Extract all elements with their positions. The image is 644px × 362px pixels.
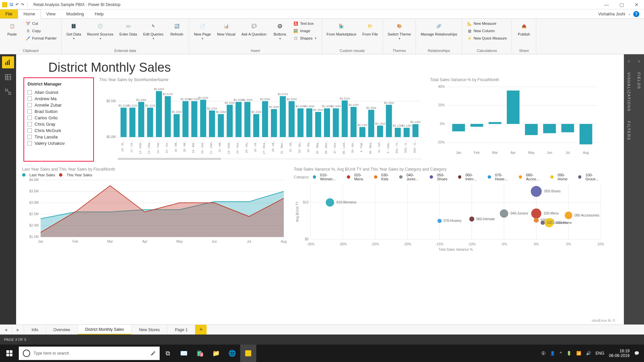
get-data-button[interactable]: 🗄️Get Data▼ bbox=[65, 20, 83, 41]
buttons-button[interactable]: 🔘Buttons▼ bbox=[271, 20, 288, 41]
page-tab[interactable]: District Monthly Sales bbox=[78, 325, 131, 335]
checkbox-icon[interactable] bbox=[28, 90, 32, 95]
marketplace-button[interactable]: 🏪From Marketplace bbox=[325, 20, 358, 37]
mic-icon[interactable]: 🎤 bbox=[151, 351, 156, 356]
svg-text:501 - Fr…: 501 - Fr… bbox=[395, 140, 398, 154]
recent-sources-button[interactable]: 🕘Recent Sources▼ bbox=[86, 20, 115, 41]
page-tab[interactable]: Overview bbox=[46, 325, 78, 335]
tray-battery-icon[interactable]: 🔋 bbox=[567, 351, 572, 356]
report-canvas[interactable]: District Monthly Sales District Manager … bbox=[16, 54, 624, 324]
model-view-icon[interactable] bbox=[2, 86, 14, 98]
new-visual-button[interactable]: 📊New Visual bbox=[216, 20, 237, 37]
slicer-item[interactable]: Andrew Ma bbox=[28, 96, 90, 102]
tray-people-icon[interactable]: 👤 bbox=[550, 351, 555, 356]
slicer-item[interactable]: Valery Ushakov bbox=[28, 140, 90, 146]
ask-question-button[interactable]: 💬Ask A Question bbox=[240, 20, 268, 37]
checkbox-icon[interactable] bbox=[28, 103, 32, 107]
qat-redo-icon[interactable]: ↷ bbox=[21, 2, 24, 7]
powerbi-taskbar-icon[interactable] bbox=[240, 345, 256, 362]
help-icon[interactable]: ? bbox=[633, 11, 639, 17]
format-painter-button[interactable]: 🖌️Format Painter bbox=[24, 35, 58, 42]
checkbox-icon[interactable] bbox=[28, 128, 32, 133]
enter-data-button[interactable]: ⌨️Enter Data bbox=[118, 20, 139, 37]
right-pane-fields[interactable]: ‹ FIELDS bbox=[634, 54, 644, 324]
tray-wifi-icon[interactable]: 📶 bbox=[576, 351, 581, 356]
add-page-button[interactable]: + bbox=[195, 325, 207, 335]
chrome-icon[interactable]: 🌐 bbox=[224, 345, 240, 362]
image-button[interactable]: 🖼️Image bbox=[292, 27, 318, 34]
explorer-icon[interactable]: 📁 bbox=[208, 345, 224, 362]
tray-help-icon[interactable]: 🛈 bbox=[541, 351, 545, 356]
variance-bar-chart[interactable]: -20%0%20%40%JanFebMarAprMayJunJulAug bbox=[430, 83, 601, 157]
tab-help[interactable]: Help bbox=[89, 9, 109, 18]
refresh-button[interactable]: 🔄Refresh bbox=[168, 20, 185, 37]
checkbox-icon[interactable] bbox=[28, 135, 32, 139]
page-prev-icon[interactable]: ◄ bbox=[0, 325, 12, 335]
user-section[interactable]: Vishakha Joshi ⌄ ? bbox=[598, 9, 644, 18]
edit-queries-button[interactable]: ✎Edit Queries▼ bbox=[142, 20, 165, 41]
data-view-icon[interactable] bbox=[2, 71, 14, 83]
tray-chevron-icon[interactable]: ^ bbox=[560, 351, 562, 356]
cut-button[interactable]: ✂️Cut bbox=[24, 20, 58, 27]
qat-undo-icon[interactable]: ↶ bbox=[15, 2, 19, 7]
store-icon[interactable]: 🛍️ bbox=[192, 345, 208, 362]
task-view-icon[interactable]: ⧉ bbox=[160, 345, 176, 362]
text-box-button[interactable]: 🅰️Text box bbox=[292, 20, 318, 27]
new-column-button[interactable]: ▥New Column bbox=[466, 27, 508, 34]
shapes-button[interactable]: ⬠Shapes▼ bbox=[292, 35, 318, 42]
tab-home[interactable]: Home bbox=[18, 9, 41, 19]
svg-text:5 - Unio…: 5 - Unio… bbox=[386, 140, 390, 154]
tray-volume-icon[interactable]: 🔊 bbox=[586, 351, 591, 356]
paste-button[interactable]: 📋 Paste bbox=[3, 20, 21, 37]
checkbox-icon[interactable] bbox=[28, 122, 32, 126]
page-next-icon[interactable]: ► bbox=[12, 325, 24, 335]
switch-theme-button[interactable]: 🎨Switch Theme▼ bbox=[386, 20, 413, 41]
taskbar-search[interactable]: Type here to search 🎤 bbox=[19, 347, 160, 360]
slicer-item[interactable]: Allan Guinot bbox=[28, 89, 90, 96]
tab-view[interactable]: View bbox=[41, 9, 61, 18]
from-file-button[interactable]: 📁From File bbox=[361, 20, 379, 37]
collapse-chevron-icon[interactable]: ‹ bbox=[628, 54, 630, 68]
page-tab[interactable]: New Stores bbox=[131, 325, 167, 335]
slicer-item[interactable]: Chris McGurk bbox=[28, 127, 90, 134]
mail-icon[interactable]: ✉️ bbox=[176, 345, 192, 362]
slicer-item[interactable]: Brad Sutton bbox=[28, 108, 90, 115]
slicer-item[interactable]: Tina Lassila bbox=[28, 134, 90, 140]
new-quick-measure-button[interactable]: ⚡New Quick Measure bbox=[466, 35, 508, 42]
report-view-icon[interactable] bbox=[2, 56, 14, 68]
slicer-item[interactable]: Chris Gray bbox=[28, 121, 90, 127]
tray-notifications-icon[interactable]: 💬 bbox=[634, 351, 639, 356]
slicer-item[interactable]: Annelie Zubar bbox=[28, 102, 90, 108]
qat-save-icon[interactable]: 🖫 bbox=[9, 2, 13, 7]
svg-text:-20%: -20% bbox=[404, 242, 411, 246]
copy-button[interactable]: ⎘Copy bbox=[24, 27, 58, 34]
minimize-icon[interactable]: — bbox=[604, 2, 609, 7]
legend-swatch-ly bbox=[22, 173, 25, 177]
checkbox-icon[interactable] bbox=[28, 116, 32, 120]
start-button[interactable] bbox=[0, 345, 19, 362]
manage-relationships-button[interactable]: 🔗Manage Relationships bbox=[419, 20, 459, 37]
checkbox-icon[interactable] bbox=[28, 109, 32, 114]
page-tab[interactable]: Info bbox=[24, 325, 46, 335]
close-icon[interactable]: ✕ bbox=[635, 2, 639, 7]
checkbox-icon[interactable] bbox=[28, 97, 32, 101]
tab-file[interactable]: File bbox=[0, 9, 18, 18]
category-scatter-chart[interactable]: $0$10-35%-30%-25%-20%-15%-10%-5%0%5%10%T… bbox=[294, 182, 606, 253]
district-manager-slicer[interactable]: District Manager Allan GuinotAndrew MaAn… bbox=[23, 77, 94, 162]
new-measure-button[interactable]: 📐New Measure bbox=[466, 20, 508, 27]
slicer-item[interactable]: Carlos Grilo bbox=[28, 115, 90, 121]
new-page-button[interactable]: 📄New Page▼ bbox=[193, 20, 212, 41]
svg-text:32 - Alt…: 32 - Alt… bbox=[289, 140, 292, 152]
this-year-sales-bar-chart[interactable]: $0.0M$0.5M$0.41M10 - St…$0.41M11 - Ce…$0… bbox=[99, 83, 425, 161]
checkbox-icon[interactable] bbox=[28, 141, 32, 145]
tray-lang[interactable]: ENG bbox=[596, 351, 604, 356]
page-tab[interactable]: Page 1 bbox=[167, 325, 195, 335]
svg-rect-17 bbox=[129, 108, 136, 137]
publish-button[interactable]: 📤Publish bbox=[515, 20, 533, 37]
collapse-chevron-icon[interactable]: ‹ bbox=[638, 54, 640, 68]
maximize-icon[interactable]: ▢ bbox=[620, 2, 624, 7]
ly-ty-area-chart[interactable]: $1.5M$2.0M$2.5M$3.0M$3.5M$4.0MJanFebMarA… bbox=[22, 178, 287, 245]
tray-clock[interactable]: 16:19 06-06-2019 bbox=[609, 349, 630, 358]
tab-modeling[interactable]: Modeling bbox=[61, 9, 90, 18]
right-pane-visualizations[interactable]: ‹ VISUALIZATIONS FILTERS bbox=[624, 54, 634, 324]
